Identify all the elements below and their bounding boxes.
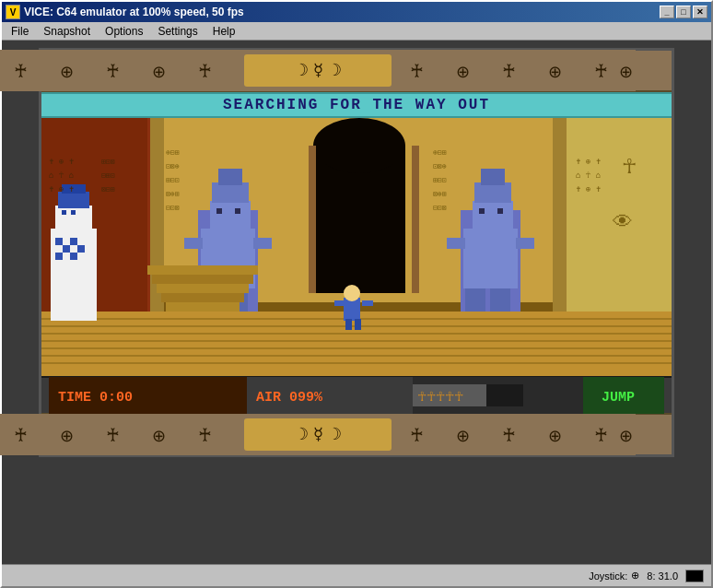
game-scene-svg: ✝ ⊕ ✝ ⌂ ☥ ⌂ ✝ ⊕ ✝ ⊞⊡⊠ ⊟⊞⊡ ⊠⊟⊞ ✝ ⊕ ✝ ⌂ ☥ … [41, 118, 672, 376]
game-container: ♰ ⊕ ♰ ⊕ ♰ ☽ ☿ ☽ ♰ ⊕ ♰ ⊕ ♰ ⊕ [39, 48, 674, 457]
svg-rect-74 [77, 245, 85, 253]
svg-text:✝ ⊕ ✝: ✝ ⊕ ✝ [49, 184, 74, 194]
svg-text:⊕: ⊕ [456, 63, 470, 81]
svg-text:✝ ⊕ ✝: ✝ ⊕ ✝ [576, 157, 601, 166]
svg-rect-59 [166, 302, 240, 312]
svg-rect-31 [218, 169, 242, 185]
title-buttons: _ □ ✕ [660, 6, 707, 18]
app-icon: V [6, 5, 20, 19]
main-window: V VICE: C64 emulator at 100% speed, 50 f… [0, 0, 713, 588]
svg-text:♰: ♰ [14, 425, 28, 445]
svg-rect-69 [70, 238, 77, 245]
svg-rect-56 [152, 275, 253, 284]
svg-rect-79 [55, 206, 92, 231]
svg-rect-41 [474, 182, 511, 203]
svg-text:⊠⊟⊞: ⊠⊟⊞ [101, 185, 115, 194]
game-title: SEARCHING FOR THE WAY OUT [223, 97, 490, 113]
svg-rect-44 [516, 238, 534, 249]
svg-text:⊕: ⊕ [619, 63, 633, 81]
svg-text:♰: ♰ [594, 425, 608, 445]
svg-rect-40 [473, 201, 513, 233]
menu-bar: File Snapshot Options Settings Help [2, 22, 711, 41]
menu-snapshot[interactable]: Snapshot [36, 23, 98, 40]
svg-rect-42 [481, 169, 505, 185]
svg-text:TIME 0:00: TIME 0:00 [58, 390, 133, 406]
svg-text:⊡⊠⊕: ⊡⊠⊕ [166, 162, 180, 171]
maximize-button[interactable]: □ [676, 6, 691, 18]
menu-options[interactable]: Options [98, 23, 150, 40]
svg-text:♰: ♰ [502, 425, 516, 445]
svg-rect-45 [479, 208, 485, 214]
svg-rect-71 [55, 245, 63, 253]
svg-rect-55 [147, 265, 258, 275]
svg-text:⊕: ⊕ [60, 427, 74, 445]
svg-rect-20 [553, 118, 567, 321]
svg-rect-68 [63, 238, 70, 245]
svg-text:♰: ♰ [410, 61, 424, 81]
svg-rect-83 [71, 210, 76, 215]
hud-bar: TIME 0:00 AIR 099% ☥☥☥☥☥ JUMP [41, 376, 672, 413]
svg-rect-43 [447, 238, 465, 249]
svg-rect-46 [497, 208, 503, 214]
svg-rect-58 [161, 293, 244, 302]
svg-text:☥☥☥☥☥: ☥☥☥☥☥ [417, 390, 463, 404]
svg-text:⊠⊕⊞: ⊠⊕⊞ [166, 190, 180, 198]
joystick-label: Joystick: [589, 570, 627, 582]
content-area: ♰ ⊕ ♰ ⊕ ♰ ☽ ☿ ☽ ♰ ⊕ ♰ ⊕ ♰ ⊕ [2, 41, 711, 564]
svg-rect-72 [63, 245, 70, 253]
svg-text:⊕: ⊕ [456, 427, 470, 445]
svg-rect-32 [184, 238, 203, 249]
title-bar-left: V VICE: C64 emulator at 100% speed, 50 f… [6, 5, 244, 19]
svg-text:✝ ⊕ ✝: ✝ ⊕ ✝ [576, 184, 601, 194]
svg-rect-65 [362, 300, 373, 306]
svg-rect-30 [212, 182, 249, 203]
svg-text:♰: ♰ [502, 61, 516, 81]
svg-rect-33 [253, 238, 272, 249]
svg-text:♰: ♰ [198, 61, 212, 81]
svg-text:♰: ♰ [14, 61, 28, 81]
svg-text:⊞⊟⊡: ⊞⊟⊡ [166, 176, 180, 184]
svg-text:☽ ☿ ☽: ☽ ☿ ☽ [294, 61, 342, 79]
top-decoration-bar: ♰ ⊕ ♰ ⊕ ♰ ☽ ☿ ☽ ♰ ⊕ ♰ ⊕ ♰ ⊕ [41, 51, 672, 92]
hud-svg: TIME 0:00 AIR 099% ☥☥☥☥☥ JUMP [49, 377, 664, 414]
svg-text:⊕⊟⊞: ⊕⊟⊞ [166, 148, 180, 157]
svg-text:⌂ ☥ ⌂: ⌂ ☥ ⌂ [576, 171, 601, 180]
svg-text:♰: ♰ [410, 425, 424, 445]
svg-rect-78 [77, 253, 85, 260]
svg-rect-64 [334, 300, 345, 306]
svg-point-22 [313, 118, 405, 173]
svg-text:👁: 👁 [613, 210, 633, 233]
svg-rect-82 [62, 210, 66, 215]
svg-rect-57 [157, 284, 249, 293]
svg-rect-75 [55, 253, 63, 260]
menu-file[interactable]: File [4, 23, 36, 40]
svg-text:⊕: ⊕ [152, 63, 166, 81]
close-button[interactable]: ✕ [693, 6, 707, 18]
game-title-bar: SEARCHING FOR THE WAY OUT [41, 92, 672, 118]
svg-text:⊞⊟⊡: ⊞⊟⊡ [433, 176, 447, 184]
svg-text:♰: ♰ [594, 61, 608, 81]
svg-text:⊞⊡⊠: ⊞⊡⊠ [101, 158, 115, 166]
svg-rect-34 [216, 208, 222, 214]
svg-text:✝ ⊕ ✝: ✝ ⊕ ✝ [49, 157, 74, 166]
status-bar: Joystick: ⊕ 8: 31.0 [2, 564, 711, 586]
minimize-button[interactable]: _ [660, 6, 674, 18]
svg-rect-63 [355, 319, 361, 330]
bottom-decoration-bar: ♰ ⊕ ♰ ⊕ ♰ ☽ ☿ ☽ ♰ ⊕ ♰ ⊕ ♰ ⊕ [41, 413, 672, 454]
svg-text:⊕⊟⊞: ⊕⊟⊞ [433, 148, 447, 157]
svg-rect-73 [70, 245, 77, 253]
window-title: VICE: C64 emulator at 100% speed, 50 fps [24, 6, 244, 18]
svg-text:☥: ☥ [622, 155, 637, 178]
bottom-decoration-svg: ♰ ⊕ ♰ ⊕ ♰ ☽ ☿ ☽ ♰ ⊕ ♰ ⊕ ♰ ⊕ [0, 414, 636, 455]
title-bar: V VICE: C64 emulator at 100% speed, 50 f… [2, 2, 711, 22]
svg-text:⊟⊡⊠: ⊟⊡⊠ [433, 204, 447, 212]
svg-text:♰: ♰ [198, 425, 212, 445]
menu-help[interactable]: Help [205, 23, 243, 40]
svg-rect-62 [345, 319, 352, 330]
svg-text:⊕: ⊕ [152, 427, 166, 445]
svg-text:⊕: ⊕ [60, 63, 74, 81]
svg-rect-23 [309, 146, 316, 293]
svg-rect-70 [77, 238, 85, 245]
menu-settings[interactable]: Settings [150, 23, 205, 40]
svg-text:JUMP: JUMP [602, 390, 635, 406]
